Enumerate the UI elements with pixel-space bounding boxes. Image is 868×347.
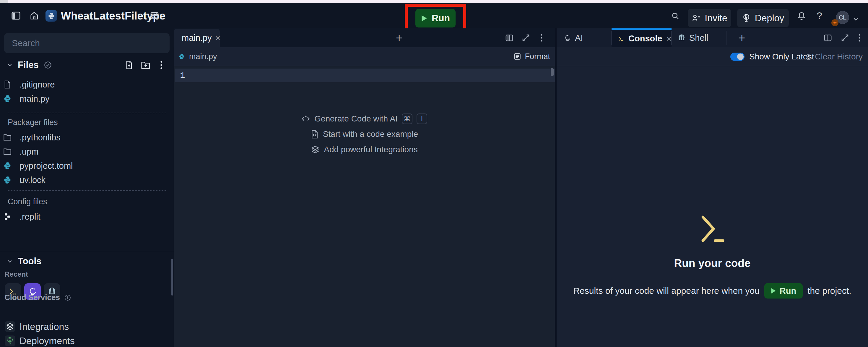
expand-pane-icon[interactable] [840,33,849,42]
split-pane-icon[interactable] [824,33,832,42]
info-icon[interactable] [64,294,71,301]
files-section-header[interactable]: Files [6,58,52,72]
search-box[interactable] [4,33,169,53]
file-row-replit[interactable]: .replit [0,209,170,224]
sidebar-scrollbar[interactable] [172,259,173,295]
new-tab-button[interactable]: + [739,32,745,44]
code-sparkle-icon [301,114,310,123]
tab-separator [671,31,672,45]
chevron-down-icon[interactable] [6,62,13,68]
empty-text-before: Results of your code will appear here wh… [573,286,759,296]
search-icon[interactable] [671,12,680,20]
hint-label: Start with a code example [323,129,418,139]
console-empty-title: Run your code [674,257,750,269]
tools-section-header[interactable]: Tools [6,254,41,268]
devices-icon[interactable] [150,11,159,20]
sidebar: Files .gitignore main.py Packager files … [0,28,174,347]
terminal-prompt-icon [699,214,726,243]
chevron-down-icon[interactable] [6,258,13,264]
tab-shell[interactable]: Shell [672,28,727,47]
divider [8,113,166,113]
expand-pane-icon[interactable] [522,33,530,42]
check-circle-icon [43,61,52,69]
file-row-pyproject[interactable]: pyproject.toml [0,159,170,173]
sparkle-icon [832,20,838,25]
line-number: 1 [177,68,188,82]
person-plus-icon [692,13,701,23]
file-row-uvlock[interactable]: uv.lock [0,173,170,187]
file-row-gitignore[interactable]: .gitignore [0,78,170,92]
hint-label: Generate Code with AI [314,114,398,123]
project-language-icon [45,10,57,22]
tab-mainpy[interactable]: main.py × [174,29,220,47]
divider [8,190,166,191]
recent-label: Recent [4,270,28,279]
sidebar-toggle-icon[interactable] [11,11,21,21]
help-icon[interactable]: ? [816,10,822,22]
account-chevron-down-icon[interactable] [852,16,860,23]
deploy-icon [742,13,751,23]
file-name: .replit [20,212,40,222]
tab-label: main.py [182,33,212,43]
folder-icon [0,134,15,141]
breadcrumb[interactable]: main.py [179,47,217,66]
file-row-pythonlibs[interactable]: .pythonlibs [0,131,170,145]
avatar-sparkle-badge [831,19,838,26]
editor-tab-bar: main.py × + [174,28,555,47]
console-kebab-menu-icon[interactable] [858,33,861,42]
files-header-label: Files [18,60,39,70]
clear-history-button[interactable]: Clear History [805,47,863,66]
sidebar-item-integrations[interactable]: Integrations [5,319,170,334]
inline-run-button[interactable]: Run [764,283,803,298]
notifications-bell-icon[interactable] [797,11,806,21]
file-row-mainpy[interactable]: main.py [0,92,170,106]
config-files-label: Config files [8,197,47,206]
trash-icon [805,53,812,61]
new-tab-button[interactable]: + [396,32,402,44]
tab-label: AI [575,33,583,43]
clear-history-label: Clear History [815,52,863,61]
tab-close-icon[interactable]: × [666,34,672,44]
breadcrumb-filename: main.py [189,52,217,61]
python-icon [0,176,15,184]
sidebar-item-deployments[interactable]: Deployments [5,334,170,347]
hint-generate-code-ai[interactable]: Generate Code with AI ⌘ I [174,114,555,124]
format-icon [514,53,521,60]
editor-breadcrumb-bar: main.py Format [174,47,555,66]
deploy-button[interactable]: Deploy [737,9,789,27]
tab-ai[interactable]: AI [557,28,612,47]
search-input[interactable] [12,38,162,48]
hint-integrations[interactable]: Add powerful Integrations [174,145,555,154]
show-only-latest-toggle[interactable] [730,53,745,61]
file-name: uv.lock [20,175,45,185]
tab-separator [611,31,612,45]
split-pane-icon[interactable] [505,33,514,42]
format-button[interactable]: Format [514,47,550,66]
tab-console[interactable]: Console × [612,28,672,47]
add-folder-icon[interactable] [141,61,150,70]
console-controls-bar: Show Only Latest Clear History [557,47,868,66]
file-name: main.py [20,94,50,104]
file-name: .upm [20,147,38,157]
top-bar: WheatLatestFiletype Run Invite Deploy ? [0,3,868,28]
invite-label: Invite [705,13,727,24]
run-button[interactable]: Run [415,9,456,28]
editor-kebab-menu-icon[interactable] [540,33,543,42]
show-only-latest-label: Show Only Latest [749,47,814,66]
add-file-icon[interactable] [124,60,134,70]
cloud-services-label: Cloud Services [4,293,60,302]
avatar-initials: CL [839,14,847,21]
packager-files-label: Packager files [8,118,58,127]
browser-edge-corner [0,0,8,3]
files-kebab-menu-icon[interactable] [159,60,163,70]
hint-code-example[interactable]: Start with a code example [174,129,555,139]
home-icon[interactable] [30,11,39,20]
invite-button[interactable]: Invite [688,9,731,27]
file-name: pyproject.toml [20,161,73,171]
cmd-key: ⌘ [402,114,412,124]
file-row-upm[interactable]: .upm [0,145,170,159]
editor-scrollbar[interactable] [551,68,554,76]
tab-close-icon[interactable]: × [215,33,221,43]
python-icon [0,162,15,170]
replit-icon [0,213,15,220]
